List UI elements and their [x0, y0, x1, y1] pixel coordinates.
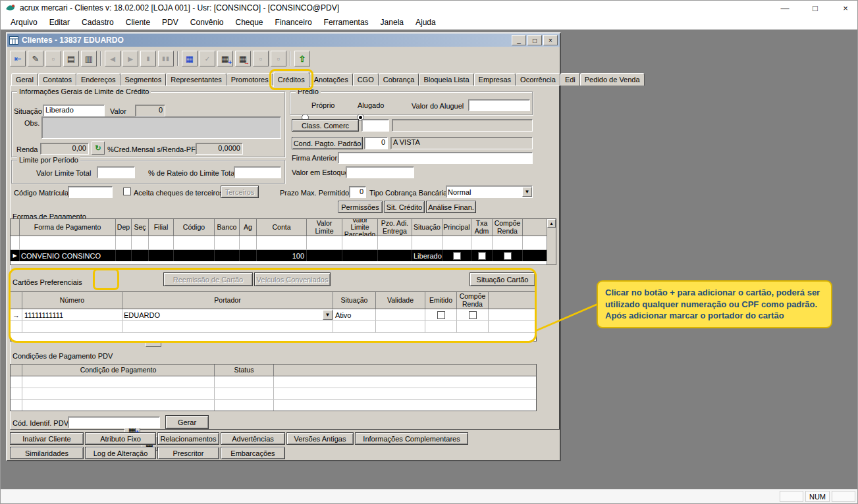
print-icon[interactable]: ▥	[81, 51, 97, 66]
menu-editar[interactable]: Editar	[43, 16, 76, 29]
empty-slot3-icon[interactable]: ▫	[271, 51, 286, 66]
informacoes-complementares-button[interactable]: Informações Complementares	[355, 432, 468, 445]
gerar-button[interactable]: Gerar	[165, 415, 209, 429]
col-pzo-adi-entrega[interactable]: Pzo. Adi. Entrega	[378, 219, 412, 236]
emitido-checkbox[interactable]	[437, 311, 445, 319]
cartoes-grid[interactable]: Número Portador Situação Validade Emitid…	[10, 291, 537, 341]
terceiros-button[interactable]: Terceiros	[221, 186, 259, 198]
col-txa-adm[interactable]: Txa Adm	[471, 219, 493, 236]
empty-slot-icon[interactable]: ▫	[45, 51, 61, 66]
renda-field[interactable]: 0,00	[40, 143, 89, 155]
col-sec[interactable]: Seç	[132, 219, 149, 236]
recalc-renda-icon[interactable]: ↻	[92, 141, 105, 155]
situacao-cartao-button[interactable]: Situação Cartão	[469, 272, 535, 286]
child-titlebar[interactable]: Clientes - 13837 EDUARDO _ □ ×	[7, 34, 560, 47]
codigo-matricula-field[interactable]	[68, 186, 113, 198]
prescritor-button[interactable]: Prescritor	[157, 447, 219, 459]
child-close-icon[interactable]: ×	[543, 35, 558, 45]
exit-up-icon[interactable]: ⇧	[294, 51, 310, 66]
tab-segmentos[interactable]: Segmentos	[121, 73, 167, 86]
permissoes-button[interactable]: Permissões	[338, 201, 383, 213]
class-comerc-code-field[interactable]	[362, 119, 389, 132]
col-principal[interactable]: Principal	[442, 219, 471, 236]
nav-stop-icon[interactable]: ▮	[140, 51, 156, 66]
menu-cadastro[interactable]: Cadastro	[76, 16, 120, 29]
tipo-cobranca-select[interactable]: Normal ▼	[446, 186, 533, 198]
minimize-icon[interactable]: —	[778, 3, 791, 13]
reemissao-cartao-button[interactable]: Reemissão de Cartão	[163, 272, 253, 286]
tab-enderecos[interactable]: Endereços	[76, 73, 121, 86]
col-compoe-renda[interactable]: Compõe Renda	[493, 219, 523, 236]
menu-ferramentas[interactable]: Ferramentas	[318, 16, 375, 29]
empty-slot2-icon[interactable]: ▫	[253, 51, 269, 66]
scroll-up-icon[interactable]: ▲	[547, 219, 556, 228]
inativar-cliente-button[interactable]: Inativar Cliente	[10, 432, 84, 445]
compoe-renda-cartao-checkbox[interactable]	[469, 311, 477, 319]
col-valor-limite[interactable]: Valor Limite	[307, 219, 342, 236]
edit-pen-icon[interactable]: ✎	[28, 51, 43, 66]
menu-ajuda[interactable]: Ajuda	[410, 16, 442, 29]
chevron-down-icon[interactable]: ▼	[522, 187, 532, 197]
confirm-icon[interactable]: ✓	[200, 51, 215, 66]
cond-pagto-code-field[interactable]: 0	[364, 137, 388, 149]
tab-empresas[interactable]: Empresas	[474, 73, 516, 86]
similaridades-button[interactable]: Similaridades	[10, 447, 84, 459]
print-preview-icon[interactable]: ▤	[63, 51, 79, 66]
tab-edi[interactable]: Edi	[560, 73, 580, 86]
col-situacao[interactable]: Situação	[412, 219, 442, 236]
aceita-cheques-checkbox[interactable]	[123, 188, 131, 195]
firma-anterior-field[interactable]	[338, 152, 533, 164]
tab-anotacoes[interactable]: Anotações	[309, 73, 353, 86]
add-record-icon[interactable]: ▦ +	[217, 51, 233, 66]
tab-cobranca[interactable]: Cobrança	[379, 73, 419, 86]
class-comerc-desc-field[interactable]	[392, 119, 533, 132]
col-emitido[interactable]: Emitido	[425, 292, 457, 309]
formas-selected-row[interactable]: ▶ CONVENIO CONSINCO 100 Liberado ✓	[11, 250, 547, 261]
record-insert-icon[interactable]: ⇤	[10, 51, 26, 66]
col-conta[interactable]: Conta	[257, 219, 307, 236]
cond-pagto-desc-field[interactable]: A VISTA	[390, 137, 533, 149]
close-icon[interactable]: ×	[839, 3, 852, 13]
log-alteracao-button[interactable]: Log de Alteração	[85, 447, 156, 459]
menu-convenio[interactable]: Convênio	[184, 16, 230, 29]
tab-pedido-venda[interactable]: Pedido de Venda	[580, 73, 645, 86]
prazo-max-field[interactable]: 0	[349, 186, 366, 198]
col-situacao-cartao[interactable]: Situação	[333, 292, 376, 309]
analise-finan-button[interactable]: Análise Finan.	[426, 201, 476, 213]
relacionamentos-button[interactable]: Relacionamentos	[157, 432, 219, 445]
export-record-icon[interactable]: ▦ →	[235, 51, 251, 66]
nav-prior-icon[interactable]: ◀	[105, 51, 121, 66]
menu-financeiro[interactable]: Financeiro	[269, 16, 318, 29]
menu-arquivo[interactable]: Arquivo	[5, 16, 43, 29]
child-minimize-icon[interactable]: _	[512, 35, 526, 45]
atributo-fixo-button[interactable]: Atributo Fixo	[85, 432, 156, 445]
cod-identif-pdv-field[interactable]	[68, 416, 160, 428]
versoes-antigas-button[interactable]: Versões Antigas	[286, 432, 354, 445]
menu-janela[interactable]: Janela	[375, 16, 410, 29]
col-numero[interactable]: Número	[22, 292, 122, 309]
col-validade[interactable]: Validade	[376, 292, 425, 309]
cond-pagto-button[interactable]: Cond. Pagto. Padrão	[292, 137, 363, 149]
cell-portador-select[interactable]: EDUARDO ▼	[122, 309, 333, 320]
valor-aluguel-field[interactable]	[468, 99, 530, 111]
tab-bloqueia-lista[interactable]: Bloqueia Lista	[419, 73, 473, 86]
advertencias-button[interactable]: Advertências	[221, 432, 285, 445]
col-valor-limite-parcelado[interactable]: Valor Limite Parcelado	[342, 219, 378, 236]
menu-cheque[interactable]: Cheque	[230, 16, 269, 29]
valor-field[interactable]: 0	[135, 105, 165, 116]
veiculos-conveniados-button[interactable]: Veículos Conveniados	[254, 272, 331, 286]
col-ag[interactable]: Ag	[240, 219, 257, 236]
cartoes-data-row[interactable]: → 11111111111 EDUARDO ▼ Ativo	[11, 309, 536, 321]
embarcacoes-button[interactable]: Embarcações	[221, 447, 285, 459]
menu-pdv[interactable]: PDV	[156, 16, 184, 29]
valor-limite-total-field[interactable]	[97, 166, 135, 178]
maximize-icon[interactable]: □	[809, 3, 822, 13]
tab-creditos[interactable]: Créditos	[273, 72, 309, 87]
situacao-field[interactable]: Liberado	[43, 105, 105, 116]
menu-cliente[interactable]: Cliente	[120, 16, 156, 29]
cred-mensal-field[interactable]: 0,0000	[196, 143, 243, 155]
col-filial[interactable]: Filial	[149, 219, 174, 236]
child-restore-icon[interactable]: □	[527, 35, 542, 45]
tab-contatos[interactable]: Contatos	[38, 73, 76, 86]
compoe-renda-checkbox[interactable]	[504, 252, 512, 260]
